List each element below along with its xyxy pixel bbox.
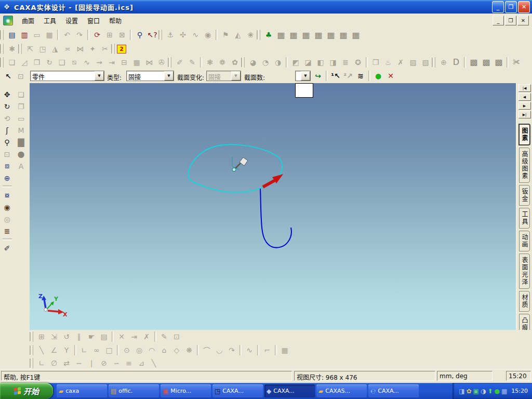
design-tree-button[interactable]: ♣ [262, 29, 275, 41]
tray-icon-6[interactable]: ● [494, 388, 499, 395]
tray-icon-1[interactable]: ◨ [459, 388, 464, 395]
flatten-feature-button: ≍ [61, 43, 74, 55]
tray-icon-5[interactable]: ⬆ [487, 388, 493, 395]
separator [3, 238, 12, 241]
menu-item[interactable]: 设置 [61, 16, 83, 26]
context-help-button[interactable]: ↖? [146, 29, 158, 41]
mdi-minimize-button[interactable]: _ [493, 16, 504, 25]
task-label: caxa [65, 388, 79, 394]
taskbar-item-caxas-folder[interactable]: ▰ CAXAS... [316, 384, 367, 397]
zoom-box-button[interactable]: ⧈ [1, 160, 14, 172]
separator [240, 345, 242, 355]
pushpin-anchor-icon[interactable] [232, 157, 248, 171]
regenerate-button[interactable]: ⟳ [91, 29, 103, 41]
new-document-button[interactable]: ▤ [6, 29, 18, 41]
direction-arrow[interactable] [263, 174, 283, 187]
taskbar-item-caxa-folder[interactable]: ▰ caxa [57, 384, 107, 397]
panel-tool-5-button: ▦ [325, 29, 337, 41]
tab-scroll-prev-button[interactable]: ◀ [518, 93, 531, 101]
cancel-button[interactable]: ✕ [384, 70, 397, 82]
part-combo[interactable]: 零件 ▼ [30, 71, 104, 81]
tab-scroll-last-button[interactable]: ▶| [518, 111, 531, 118]
parallel-dim-button: ⇄ [60, 357, 73, 369]
chevron-down-icon[interactable]: ▼ [164, 71, 174, 81]
camera-off-button: ◎ [1, 213, 14, 225]
section-count-combo[interactable]: ▼ [295, 71, 311, 81]
separator [112, 331, 114, 342]
zoom-button[interactable]: ⚲ [1, 136, 14, 148]
finish-exit-button[interactable]: ↪ [312, 70, 324, 82]
tab-advanced-elements[interactable]: 高级图素 [519, 148, 530, 183]
rotate-view-button[interactable]: ↻ [1, 100, 14, 112]
tab-tools[interactable]: 工具 [519, 208, 530, 229]
find-button[interactable]: ⚲ [134, 29, 146, 41]
tab-scroll-next-button[interactable]: ▶ [518, 102, 531, 110]
tab-material[interactable]: 材质 [519, 291, 530, 312]
menu-item[interactable]: 曲面 [17, 16, 39, 26]
blob-tool-3-button: ✿ [229, 57, 241, 68]
mdi-close-button[interactable]: ✕ [517, 16, 529, 25]
task-label: offic. [118, 388, 132, 394]
chevron-down-icon[interactable]: ▼ [301, 71, 310, 81]
menu-item[interactable]: 窗口 [83, 16, 104, 26]
add-point-button: ⊕ [437, 57, 450, 68]
taskbar-item-caxa-1[interactable]: ◳ CAXA... [212, 384, 263, 397]
sweep-direction-button[interactable]: ≋ [354, 70, 367, 82]
close-button[interactable]: ✕ [518, 1, 530, 13]
arc-2-button: ◡ [213, 344, 225, 356]
polygon-button: ◇ [170, 344, 183, 356]
chevron-down-icon[interactable]: ▼ [95, 71, 104, 81]
clip-tool-button: ❒ [369, 57, 382, 68]
toolbar-grip [242, 57, 245, 68]
taskbar-item-caxa-browser[interactable]: ℮ CAXA... [368, 384, 419, 397]
tab-elements[interactable]: 图素 [518, 124, 530, 145]
camera-button[interactable]: ◉ [1, 201, 14, 213]
tray-icon-4[interactable]: ◑ [481, 388, 486, 395]
menu-item[interactable]: 帮助 [104, 16, 126, 26]
toolbar-sketch-draw: ╲∠Y∟∞□⊙◎◠⌂◇❋⌒◡↷∿⌐▦ [0, 343, 532, 357]
minimize-button[interactable]: _ [492, 1, 504, 13]
restore-button[interactable]: ❐ [505, 1, 517, 13]
scene-svg[interactable]: Z Y X [30, 83, 516, 330]
taskbar-item-office[interactable]: ▤ offic. [109, 384, 159, 397]
tab-animation[interactable]: 动画 [519, 231, 530, 251]
film-cameras-button[interactable]: ≣ [1, 225, 14, 237]
start-button-label: 开始 [23, 385, 39, 396]
mdi-restore-button[interactable]: ❐ [505, 16, 516, 25]
start-button[interactable]: 开始 [0, 383, 53, 399]
hatch-tool-2-button: ▧ [419, 57, 432, 68]
tab-surface-finish[interactable]: 表面光泽 [519, 254, 530, 289]
open-template-button[interactable]: ▥ [18, 29, 31, 41]
state-2-badge[interactable]: 2 [117, 45, 126, 54]
viewport-3d[interactable]: Z Y X [30, 83, 516, 330]
toolbar-grip [433, 57, 435, 68]
pointer-tool-button[interactable]: ↖ [2, 71, 15, 82]
tab-sheet-metal[interactable]: 钣金 [519, 185, 530, 206]
pan-view-button[interactable]: ✥ [1, 88, 14, 100]
tray-icon-7[interactable]: ▦ [501, 388, 507, 395]
tray-icon-3[interactable]: ▣ [473, 388, 479, 395]
tray-icon-2[interactable]: ✿ [467, 388, 472, 395]
tab-scroll-first-button[interactable]: |◀ [518, 84, 531, 92]
display-mode-button[interactable]: ⧇ [1, 189, 14, 201]
guide-curve[interactable] [260, 189, 291, 248]
toolbar-grip [31, 345, 33, 355]
separator [74, 345, 76, 355]
zoom-all-button[interactable]: ⊕ [1, 172, 14, 184]
delete-button: ✕ [115, 331, 128, 342]
separator [87, 30, 89, 40]
panel-tool-6-button: ▦ [337, 29, 350, 41]
menu-item[interactable]: 工具 [39, 16, 61, 26]
type-combo[interactable]: 固接 ▼ [126, 71, 174, 81]
fly-path-button[interactable]: ʃ [1, 124, 14, 136]
task-label: CAXA... [378, 388, 399, 394]
surface-revolve-button: ↻ [43, 57, 56, 68]
jack-feature-button: ✦ [86, 43, 99, 55]
confirm-button[interactable]: ● [372, 70, 384, 82]
prev-section-button[interactable]: ¹↖ [329, 70, 342, 82]
render-brush-button[interactable]: ✐ [1, 242, 14, 254]
taskbar-item-microsoft[interactable]: ▣ Micro... [161, 384, 211, 397]
taskbar-item-caxa-active[interactable]: ◆ CAXA... [264, 384, 315, 397]
fit-view-button: ⇲ [48, 331, 60, 342]
section-count-dropdown-list[interactable] [295, 83, 313, 98]
